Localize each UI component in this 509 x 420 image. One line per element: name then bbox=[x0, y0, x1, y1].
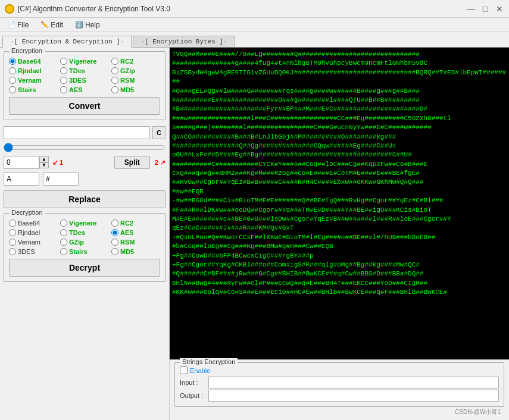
menu-file[interactable]: 📄 File bbox=[2, 20, 33, 30]
radio-enc-base64[interactable]: Base64 bbox=[9, 58, 58, 65]
input-label: Input : bbox=[180, 379, 206, 386]
clear-button[interactable]: C bbox=[152, 126, 165, 139]
close-button[interactable]: ✕ bbox=[495, 4, 504, 14]
file-icon: 📄 bbox=[7, 21, 15, 29]
minimize-button[interactable]: — bbox=[466, 4, 476, 14]
encryption-group-label: Encryption bbox=[9, 47, 45, 54]
app-icon bbox=[5, 4, 14, 14]
strings-input-field[interactable] bbox=[208, 377, 499, 388]
radio-enc-vernam-input[interactable] bbox=[9, 77, 16, 84]
help-icon: ℹ️ bbox=[75, 21, 83, 29]
radio-enc-md5[interactable]: MD5 bbox=[111, 86, 160, 93]
enable-label: Enable bbox=[190, 367, 210, 374]
radio-enc-stairs[interactable]: Stairs bbox=[9, 86, 58, 93]
main-text-input[interactable] bbox=[4, 126, 150, 139]
radio-enc-rjndael[interactable]: Rjndael bbox=[9, 67, 58, 74]
encryption-group: Encryption Base64 Vigenere RC2 Rjndael bbox=[4, 51, 165, 120]
radio-dec-md5[interactable]: MD5 bbox=[111, 248, 160, 255]
enable-checkbox[interactable] bbox=[180, 366, 188, 374]
radio-dec-rc2-input[interactable] bbox=[111, 220, 118, 227]
tab-encryption-decryption[interactable]: -[ Encryption & Decryption ]- bbox=[2, 36, 132, 48]
radio-enc-rsm[interactable]: RSM bbox=[111, 77, 160, 84]
radio-enc-rsm-input[interactable] bbox=[111, 77, 118, 84]
radio-enc-vernam-label: Vernam bbox=[18, 77, 42, 84]
code-output-area[interactable]: TVqQ##M####E####//8##Lg########Q########… bbox=[170, 48, 509, 359]
radio-dec-vernam[interactable]: Vernam bbox=[9, 239, 58, 246]
menu-file-label: File bbox=[17, 21, 29, 29]
radio-dec-stairs-input[interactable] bbox=[60, 248, 67, 255]
radio-enc-aes[interactable]: AES bbox=[60, 86, 109, 93]
menu-edit[interactable]: ✏️ Edit bbox=[36, 20, 68, 30]
replace-button[interactable]: Replace bbox=[4, 190, 165, 208]
radio-enc-vernam[interactable]: Vernam bbox=[9, 77, 58, 84]
radio-enc-rc2-input[interactable] bbox=[111, 58, 118, 65]
radio-enc-base64-input[interactable] bbox=[9, 58, 16, 65]
radio-enc-rjndael-input[interactable] bbox=[9, 67, 16, 74]
right-panel: TVqQ##M####E####//8##Lg########Q########… bbox=[170, 48, 509, 420]
radio-dec-base64[interactable]: Base64 bbox=[9, 220, 58, 227]
radio-dec-vigenere[interactable]: Vigenere bbox=[60, 220, 109, 227]
radio-enc-stairs-input[interactable] bbox=[9, 86, 16, 93]
maximize-button[interactable]: □ bbox=[480, 4, 490, 14]
radio-enc-3des-input[interactable] bbox=[60, 77, 67, 84]
radio-enc-aes-input[interactable] bbox=[60, 86, 67, 93]
radio-enc-tdes[interactable]: TDes bbox=[60, 67, 109, 74]
radio-dec-rjndael-label: Rjndael bbox=[18, 229, 40, 236]
decrypt-button[interactable]: Decrypt bbox=[9, 259, 160, 277]
radio-enc-md5-input[interactable] bbox=[111, 86, 118, 93]
num-spinner: ▲ ▼ bbox=[39, 156, 49, 168]
radio-dec-rjndael-input[interactable] bbox=[9, 229, 16, 236]
spin-down-button[interactable]: ▼ bbox=[39, 162, 49, 168]
spin-up-button[interactable]: ▲ bbox=[39, 156, 49, 162]
radio-dec-rsm-input[interactable] bbox=[111, 239, 118, 246]
num-input[interactable] bbox=[4, 156, 39, 169]
radio-enc-gzip-label: GZip bbox=[120, 67, 135, 74]
radio-dec-gzip[interactable]: GZip bbox=[60, 239, 109, 246]
radio-enc-tdes-input[interactable] bbox=[60, 67, 67, 74]
text-input-row: C bbox=[4, 126, 165, 139]
tab-encryption-decryption-label: -[ Encryption & Decryption ]- bbox=[10, 38, 124, 45]
input-row: Input : bbox=[180, 377, 499, 388]
radio-dec-rsm[interactable]: RSM bbox=[111, 239, 160, 246]
slider-input[interactable] bbox=[4, 143, 165, 152]
radio-dec-3des[interactable]: 3DES bbox=[9, 248, 58, 255]
radio-dec-aes-label: AES bbox=[120, 229, 134, 236]
radio-dec-md5-input[interactable] bbox=[111, 248, 118, 255]
title-bar-controls: — □ ✕ bbox=[466, 4, 504, 14]
radio-dec-rjndael[interactable]: Rjndael bbox=[9, 229, 58, 236]
radio-enc-gzip[interactable]: GZip bbox=[111, 67, 160, 74]
radio-dec-rc2[interactable]: RC2 bbox=[111, 220, 160, 227]
radio-dec-tdes[interactable]: TDes bbox=[60, 229, 109, 236]
title-bar-left: [C#] Algorithm Converter & Encryption To… bbox=[5, 4, 170, 14]
tab-encryption-bytes[interactable]: -[ Encryption Bytes ]- bbox=[133, 36, 235, 47]
hash-input-a[interactable] bbox=[4, 173, 39, 186]
radio-dec-gzip-label: GZip bbox=[69, 239, 84, 246]
strings-output-field[interactable] bbox=[208, 390, 499, 402]
radio-enc-gzip-input[interactable] bbox=[111, 67, 118, 74]
radio-dec-stairs[interactable]: Stairs bbox=[60, 248, 109, 255]
tab-encryption-bytes-label: -[ Encryption Bytes ]- bbox=[140, 38, 227, 45]
hash-input-char[interactable] bbox=[43, 173, 79, 186]
main-content: Encryption Base64 Vigenere RC2 Rjndael bbox=[0, 48, 509, 420]
edit-icon: ✏️ bbox=[40, 21, 49, 29]
radio-dec-tdes-input[interactable] bbox=[60, 229, 67, 236]
convert-button[interactable]: Convert bbox=[9, 97, 160, 115]
radio-dec-aes-input[interactable] bbox=[111, 229, 118, 236]
radio-enc-3des[interactable]: 3DES bbox=[60, 77, 109, 84]
radio-enc-vigenere-input[interactable] bbox=[60, 58, 67, 65]
radio-dec-base64-input[interactable] bbox=[9, 220, 16, 227]
encryption-radio-grid: Base64 Vigenere RC2 Rjndael TDes bbox=[9, 58, 160, 93]
radio-dec-3des-input[interactable] bbox=[9, 248, 16, 255]
menu-help[interactable]: ℹ️ Help bbox=[70, 20, 105, 30]
radio-dec-gzip-input[interactable] bbox=[60, 239, 67, 246]
split-button[interactable]: Split bbox=[114, 156, 150, 169]
radio-enc-vigenere[interactable]: Vigenere bbox=[60, 58, 109, 65]
radio-enc-rc2[interactable]: RC2 bbox=[111, 58, 160, 65]
num-row: ▲ ▼ ↙ 1 Split 2 ↗ bbox=[4, 156, 165, 169]
slider-row bbox=[4, 143, 165, 152]
radio-dec-aes[interactable]: AES bbox=[111, 229, 160, 236]
radio-dec-vernam-input[interactable] bbox=[9, 239, 16, 246]
radio-enc-rjndael-label: Rjndael bbox=[18, 67, 42, 74]
radio-dec-vigenere-input[interactable] bbox=[60, 220, 67, 227]
title-bar: [C#] Algorithm Converter & Encryption To… bbox=[0, 0, 509, 18]
